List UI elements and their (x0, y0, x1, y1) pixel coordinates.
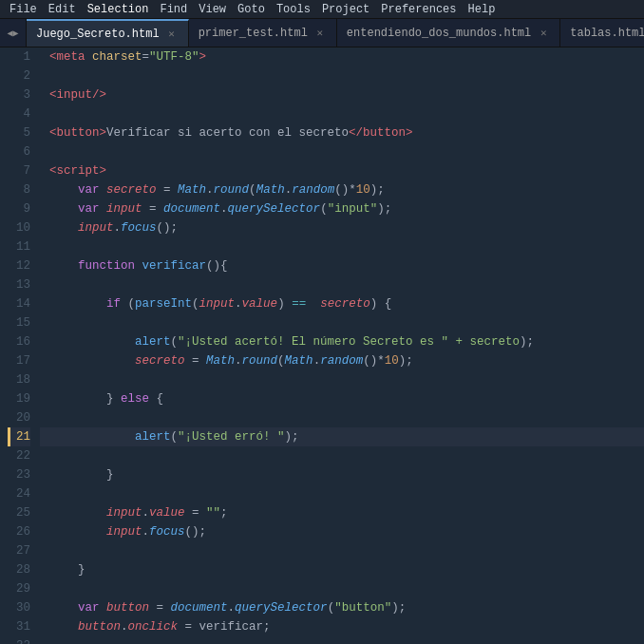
code-line-20 (40, 408, 644, 427)
code-content[interactable]: <meta charset="UTF-8"> <input/> <button>… (40, 47, 644, 644)
line-num-29: 29 (8, 579, 30, 598)
line-num-9: 9 (8, 199, 30, 218)
menu-file[interactable]: File (4, 0, 43, 18)
code-line-8: var secreto = Math.round(Math.random()*1… (40, 180, 644, 199)
menu-help[interactable]: Help (463, 0, 502, 18)
line-num-23: 23 (8, 465, 30, 484)
tab-close-icon[interactable]: ✕ (165, 28, 179, 41)
code-line-22 (40, 446, 644, 465)
code-line-18 (40, 370, 644, 389)
line-numbers: 1 2 3 4 5 6 7 8 9 10 11 12 13 14 15 16 1… (0, 47, 40, 644)
line-num-18: 18 (8, 370, 30, 389)
menu-view[interactable]: View (193, 0, 232, 18)
line-num-14: 14 (8, 294, 30, 313)
line-num-2: 2 (8, 66, 30, 85)
tab-label: entendiendo_dos_mundos.html (347, 27, 531, 40)
tab-close-icon[interactable]: ✕ (313, 27, 327, 40)
menu-goto[interactable]: Goto (232, 0, 271, 18)
code-line-31: button.onclick = verificar; (40, 617, 644, 636)
menubar: File Edit Selection Find View Goto Tools… (0, 0, 644, 19)
line-num-16: 16 (8, 332, 30, 351)
code-line-17: secreto = Math.round(Math.random()*10); (40, 351, 644, 370)
tab-primer-test[interactable]: primer_test.html ✕ (189, 19, 337, 47)
line-num-22: 22 (8, 446, 30, 465)
tab-entendiendo[interactable]: entendiendo_dos_mundos.html ✕ (337, 19, 560, 47)
code-line-23: } (40, 465, 644, 484)
code-line-28: } (40, 560, 644, 579)
line-num-17: 17 (8, 351, 30, 370)
menu-find[interactable]: Find (154, 0, 193, 18)
code-line-19: } else { (40, 389, 644, 408)
line-num-8: 8 (8, 180, 30, 199)
line-num-20: 20 (8, 408, 30, 427)
tab-close-icon[interactable]: ✕ (537, 27, 550, 40)
menu-selection[interactable]: Selection (82, 0, 155, 18)
code-line-3: <input/> (40, 85, 644, 104)
line-num-25: 25 (8, 503, 30, 522)
code-line-30: var button = document.querySelector("but… (40, 598, 644, 617)
code-line-15 (40, 313, 644, 332)
line-num-28: 28 (8, 560, 30, 579)
line-num-7: 7 (8, 161, 30, 180)
line-num-21: 21 (8, 427, 30, 446)
line-num-4: 4 (8, 104, 30, 123)
tab-nav-prev[interactable]: ◀▶ (0, 19, 27, 47)
code-line-25: input.value = ""; (40, 503, 644, 522)
tab-label: primer_test.html (199, 27, 308, 40)
code-line-11 (40, 237, 644, 256)
menu-project[interactable]: Project (316, 0, 375, 18)
line-num-27: 27 (8, 541, 30, 560)
line-num-13: 13 (8, 275, 30, 294)
line-num-5: 5 (8, 123, 30, 142)
code-line-16: alert("¡Usted acertó! El número Secreto … (40, 332, 644, 351)
line-num-10: 10 (8, 218, 30, 237)
tab-tablas[interactable]: tablas.html (560, 19, 644, 47)
line-num-24: 24 (8, 484, 30, 503)
tab-label: tablas.html (570, 27, 644, 40)
line-num-31: 31 (8, 617, 30, 636)
code-line-26: input.focus(); (40, 522, 644, 541)
code-line-29 (40, 579, 644, 598)
code-line-4 (40, 104, 644, 123)
code-line-27 (40, 541, 644, 560)
code-line-32 (40, 636, 644, 644)
tab-label: Juego_Secreto.html (36, 28, 160, 41)
line-num-6: 6 (8, 142, 30, 161)
code-line-14: if (parseInt(input.value) == secreto) { (40, 294, 644, 313)
line-num-15: 15 (8, 313, 30, 332)
line-num-11: 11 (8, 237, 30, 256)
line-num-19: 19 (8, 389, 30, 408)
code-line-2 (40, 66, 644, 85)
code-line-21: alert("¡Usted erró! "); (40, 427, 644, 446)
line-num-3: 3 (8, 85, 30, 104)
code-line-10: input.focus(); (40, 218, 644, 237)
menu-tools[interactable]: Tools (271, 0, 316, 18)
menu-edit[interactable]: Edit (43, 0, 82, 18)
line-num-30: 30 (8, 598, 30, 617)
tabbar: ◀▶ Juego_Secreto.html ✕ primer_test.html… (0, 19, 644, 47)
line-num-32: 32 (8, 636, 30, 644)
code-line-1: <meta charset="UTF-8"> (40, 47, 644, 66)
line-num-26: 26 (8, 522, 30, 541)
code-line-5: <button>Verificar si acerto con el secre… (40, 123, 644, 142)
menu-preferences[interactable]: Preferences (375, 0, 462, 18)
code-line-7: <script> (40, 161, 644, 180)
code-line-13 (40, 275, 644, 294)
code-line-9: var input = document.querySelector("inpu… (40, 199, 644, 218)
code-line-6 (40, 142, 644, 161)
line-num-1: 1 (8, 47, 30, 66)
editor: 1 2 3 4 5 6 7 8 9 10 11 12 13 14 15 16 1… (0, 47, 644, 644)
line-num-12: 12 (8, 256, 30, 275)
tab-juego-secreto[interactable]: Juego_Secreto.html ✕ (27, 19, 189, 47)
code-line-24 (40, 484, 644, 503)
code-line-12: function verificar(){ (40, 256, 644, 275)
